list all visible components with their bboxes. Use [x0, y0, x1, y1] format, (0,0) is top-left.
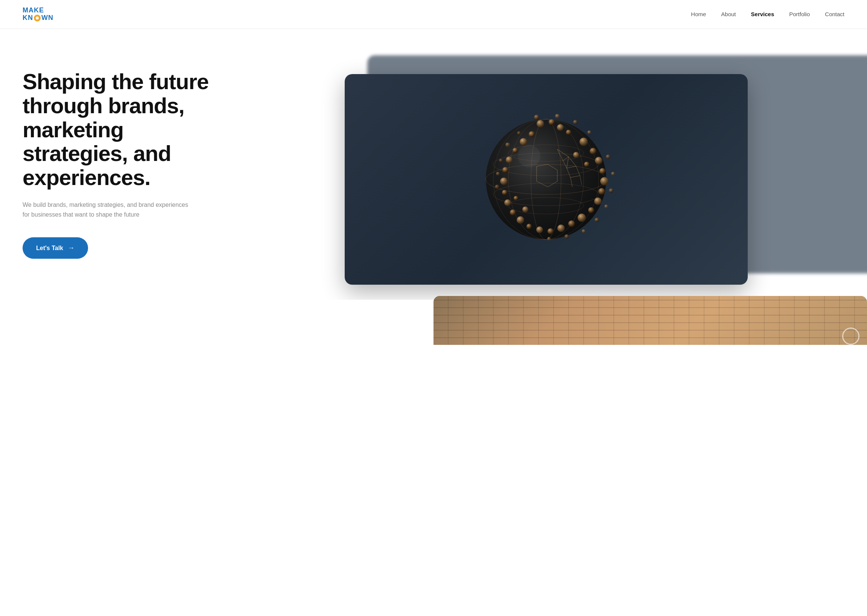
svg-point-33 [595, 157, 603, 164]
hero-title: Shaping the future through brands, marke… [23, 69, 226, 190]
nav-services[interactable]: Services [751, 11, 774, 17]
nav-contact[interactable]: Contact [825, 11, 844, 17]
nav-about[interactable]: About [721, 11, 736, 17]
svg-point-30 [566, 130, 571, 135]
brick-texture [433, 296, 867, 345]
svg-point-39 [577, 214, 586, 222]
svg-point-51 [506, 156, 513, 163]
svg-point-53 [520, 138, 527, 146]
svg-point-48 [502, 190, 507, 195]
svg-point-68 [582, 229, 585, 233]
hero-section: Shaping the future through brands, marke… [0, 29, 867, 300]
svg-point-61 [573, 120, 577, 124]
hero-content: Shaping the future through brands, marke… [23, 69, 241, 259]
cta-button[interactable]: Let's Talk → [23, 237, 88, 259]
logo[interactable]: MAKE KN WN [23, 7, 53, 22]
sphere-visualization [467, 101, 625, 258]
bottom-section [0, 300, 867, 345]
svg-point-41 [557, 225, 565, 232]
svg-point-65 [609, 189, 614, 193]
logo-icon [34, 15, 41, 22]
nav-home[interactable]: Home [691, 11, 706, 17]
svg-point-73 [499, 159, 503, 162]
svg-point-69 [565, 234, 569, 239]
svg-point-36 [598, 188, 605, 195]
svg-point-60 [555, 114, 560, 118]
main-nav: Home About Services Portfolio Contact [691, 11, 844, 17]
main-card [345, 74, 748, 285]
svg-point-47 [504, 199, 511, 206]
site-header: MAKE KN WN Home About Services Portfolio… [0, 0, 867, 29]
svg-point-35 [600, 177, 609, 185]
svg-point-71 [495, 185, 499, 189]
svg-point-58 [514, 196, 518, 200]
svg-point-56 [584, 162, 589, 167]
svg-point-28 [549, 119, 555, 125]
hero-image-area [345, 44, 867, 285]
svg-point-42 [548, 228, 554, 234]
svg-point-62 [587, 130, 591, 134]
svg-point-29 [557, 124, 564, 131]
bottom-image [433, 296, 867, 345]
svg-point-54 [529, 131, 535, 137]
svg-point-52 [513, 148, 518, 153]
svg-point-40 [568, 220, 575, 227]
svg-point-76 [518, 145, 540, 167]
svg-point-31 [579, 138, 588, 146]
svg-point-59 [534, 115, 539, 120]
svg-point-34 [600, 168, 606, 174]
svg-point-32 [590, 148, 596, 154]
svg-point-50 [502, 167, 508, 173]
svg-point-67 [595, 218, 599, 222]
cta-arrow-icon: → [68, 244, 74, 252]
svg-point-37 [594, 198, 602, 205]
svg-point-43 [536, 226, 543, 233]
hero-subtitle: We build brands, marketing strategies, a… [23, 200, 188, 219]
svg-point-66 [604, 204, 608, 208]
svg-point-57 [522, 206, 528, 212]
nav-portfolio[interactable]: Portfolio [789, 11, 810, 17]
svg-point-70 [547, 237, 551, 241]
svg-point-64 [611, 172, 615, 176]
cta-label: Let's Talk [36, 245, 63, 251]
svg-point-75 [517, 131, 521, 135]
svg-point-63 [606, 154, 611, 159]
svg-point-38 [588, 207, 594, 213]
svg-point-49 [500, 178, 508, 185]
logo-make: MAKE [23, 7, 53, 14]
svg-point-27 [537, 120, 544, 127]
svg-point-55 [573, 152, 579, 158]
svg-point-46 [510, 209, 516, 215]
bottom-left [0, 300, 433, 345]
svg-point-74 [505, 143, 510, 147]
svg-point-44 [526, 224, 532, 229]
svg-point-72 [496, 172, 500, 176]
logo-known: KN WN [23, 14, 53, 22]
svg-point-45 [517, 216, 524, 224]
